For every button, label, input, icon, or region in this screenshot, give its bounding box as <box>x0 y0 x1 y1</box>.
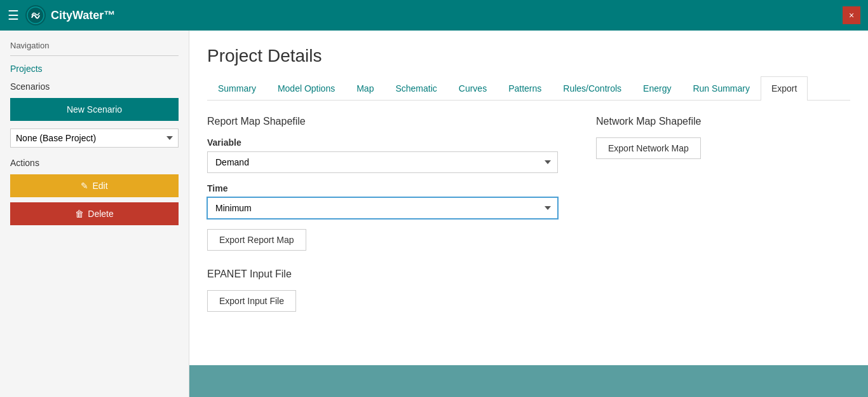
epanet-heading: EPANET Input File <box>207 268 558 280</box>
export-input-file-button[interactable]: Export Input File <box>207 290 296 312</box>
hamburger-icon[interactable]: ☰ <box>8 8 19 23</box>
variable-label: Variable <box>207 137 558 148</box>
app-logo <box>25 5 46 25</box>
tab-patterns[interactable]: Patterns <box>498 76 552 100</box>
sidebar: Navigation Projects Scenarios New Scenar… <box>0 31 189 397</box>
tab-curves[interactable]: Curves <box>448 76 498 100</box>
tab-model-options[interactable]: Model Options <box>267 76 346 100</box>
network-map-heading: Network Map Shapefile <box>596 116 850 127</box>
tab-rules-controls[interactable]: Rules/Controls <box>552 76 632 100</box>
delete-button[interactable]: 🗑 Delete <box>10 202 179 225</box>
content-area: Project Details Summary Model Options Ma… <box>189 31 868 397</box>
navigation-heading: Navigation <box>10 41 179 50</box>
network-map-section: Network Map Shapefile Export Network Map <box>596 116 850 324</box>
edit-label: Edit <box>92 181 107 191</box>
report-map-heading: Report Map Shapefile <box>207 116 558 127</box>
tab-summary[interactable]: Summary <box>207 76 267 100</box>
content-inner: Project Details Summary Model Options Ma… <box>189 31 868 365</box>
edit-icon: ✎ <box>81 181 88 191</box>
time-select[interactable]: Minimum <box>207 197 558 219</box>
edit-button[interactable]: ✎ Edit <box>10 174 179 197</box>
sidebar-item-projects[interactable]: Projects <box>10 64 179 74</box>
time-label: Time <box>207 183 558 193</box>
export-network-map-button[interactable]: Export Network Map <box>596 137 701 159</box>
footer-bar <box>189 365 868 397</box>
nav-divider <box>10 55 179 56</box>
trash-icon: 🗑 <box>75 209 84 219</box>
report-map-section: Report Map Shapefile Variable Demand Tim… <box>207 116 558 324</box>
tab-energy[interactable]: Energy <box>632 76 682 100</box>
topbar: ☰ CityWater™ × <box>0 0 868 31</box>
scenario-select[interactable]: None (Base Project) <box>10 129 179 148</box>
tab-export[interactable]: Export <box>761 76 808 101</box>
tab-run-summary[interactable]: Run Summary <box>682 76 760 100</box>
tab-map[interactable]: Map <box>346 76 384 100</box>
export-report-map-button[interactable]: Export Report Map <box>207 229 306 251</box>
page-title: Project Details <box>207 46 850 66</box>
scenarios-heading: Scenarios <box>10 81 179 92</box>
svg-point-0 <box>27 7 44 24</box>
variable-select[interactable]: Demand <box>207 151 558 173</box>
main-layout: Navigation Projects Scenarios New Scenar… <box>0 31 868 397</box>
tabs-bar: Summary Model Options Map Schematic Curv… <box>207 76 850 101</box>
export-layout: Report Map Shapefile Variable Demand Tim… <box>207 116 850 324</box>
tab-schematic[interactable]: Schematic <box>384 76 447 100</box>
actions-heading: Actions <box>10 158 179 168</box>
close-button[interactable]: × <box>843 6 860 24</box>
new-scenario-button[interactable]: New Scenario <box>10 98 179 121</box>
delete-label: Delete <box>88 209 113 219</box>
app-title: CityWater™ <box>51 9 843 22</box>
epanet-section: EPANET Input File Export Input File <box>207 268 558 324</box>
